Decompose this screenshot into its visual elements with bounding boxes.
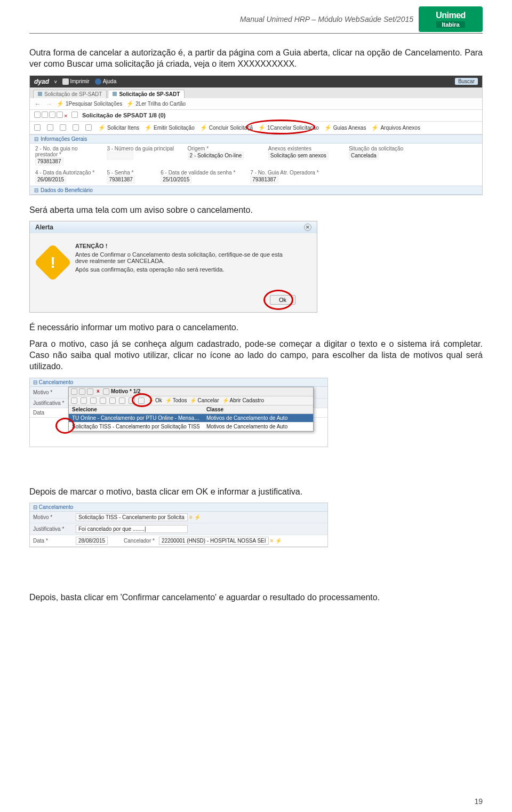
field-label: 7 - No. Guia Atr. Operadora * <box>250 170 333 176</box>
popup-toolbar: ⚡Ok ⚡Todos ⚡Cancelar ⚡Abrir Cadastro <box>69 396 313 405</box>
tab-solicitation-1[interactable]: Solicitação de SP-SADT <box>33 90 107 98</box>
cancelamento-section-header[interactable]: ⊟ Cancelamento <box>30 503 327 512</box>
alert-body: ! ATENÇÃO ! Antes de Confirmar o Cancela… <box>30 233 317 292</box>
action-concluir[interactable]: ⚡Concluir Solicitaçã <box>200 124 253 131</box>
grid-icon[interactable] <box>129 397 135 404</box>
bolt-icon[interactable]: ⚡ <box>275 538 282 544</box>
section-beneficiario[interactable]: ⊟Dados do Beneficiário <box>30 186 482 195</box>
nav-prev-icon[interactable] <box>90 397 97 404</box>
popup-icon <box>87 388 93 395</box>
bolt-icon: ⚡ <box>165 397 172 403</box>
popup-list: TU Online - Cancelamento por PTU Online … <box>69 414 313 431</box>
cell-motivo: Solicitação TISS - Cancelamento por Soli… <box>69 423 203 431</box>
popup-abrir-cadastro-button[interactable]: ⚡Abrir Cadastro <box>222 397 264 403</box>
field-label: Situação da solicitação <box>349 146 423 152</box>
nav-prev-icon[interactable] <box>60 124 66 131</box>
dyad-logo-text: dyad <box>34 78 49 85</box>
search-icon[interactable] <box>71 397 77 404</box>
data-label: Data * <box>33 538 76 544</box>
cancelador-input[interactable]: 22200001 (HNSD) - HOSPITAL NOSSA SEI <box>159 537 269 545</box>
search-icon[interactable] <box>34 124 41 131</box>
tab-solicitation-2[interactable]: Solicitação de SP-SADT <box>108 90 185 98</box>
popup-icon <box>71 388 77 395</box>
doc-header-text: Manual Unimed HRP – Módulo WebSaúde Set/… <box>29 15 413 23</box>
bolt-icon: ⚡ <box>145 124 152 131</box>
bolt-icon: ⚡ <box>371 124 379 131</box>
section-label: Cancelamento <box>39 504 73 510</box>
col-classe: Classe <box>203 405 313 413</box>
bolt-icon: ⚡ <box>222 397 229 403</box>
nav-pesquisar[interactable]: ⚡1Pesquisar Solicitações <box>57 100 122 107</box>
collapse-icon: ⊟ <box>34 187 38 193</box>
cell-classe: Motivos de Cancelamento de Auto <box>203 423 313 431</box>
action-label: Guias Anexas <box>333 125 366 131</box>
bolt-icon[interactable]: ⚡ <box>194 514 201 520</box>
lookup-icon[interactable]: ≡ <box>269 538 275 544</box>
justificativa-input[interactable]: Foi cancelado por que ........| <box>76 525 188 533</box>
record-nav-icons[interactable]: × <box>34 112 79 119</box>
dyad-version: v <box>54 79 57 84</box>
page-header: Manual Unimed HRP – Módulo WebSaúde Set/… <box>0 0 512 34</box>
close-icon[interactable]: ✕ <box>304 224 311 231</box>
paragraph-intro: Outra forma de cancelar a autorização é,… <box>29 47 483 70</box>
cell-motivo: TU Online - Cancelamento por PTU Online … <box>69 414 203 422</box>
nav-last-icon[interactable] <box>109 397 116 404</box>
popup-todos-button[interactable]: ⚡Todos <box>165 397 187 403</box>
lookup-icon[interactable]: ≡ <box>188 514 194 520</box>
action-solicitar-itens[interactable]: ⚡Solicitar Itens <box>98 124 139 131</box>
fwd-arrow-icon[interactable]: → <box>45 100 52 108</box>
col-selecione: Selecione <box>69 405 203 413</box>
action-guias-anexas[interactable]: ⚡Guias Anexas <box>324 124 366 131</box>
field-value: 79381387 <box>250 176 278 184</box>
field-value: 25/10/2015 <box>161 176 191 184</box>
nav-last-icon[interactable] <box>85 124 92 131</box>
nav-trilha[interactable]: ⚡2Ler Trilha do Cartão <box>126 100 186 107</box>
action-label: Solicitar Itens <box>107 125 139 131</box>
back-arrow-icon[interactable]: ← <box>34 100 41 108</box>
print-button[interactable]: Imprimir <box>62 78 90 85</box>
list-item[interactable]: TU Online - Cancelamento por PTU Online … <box>69 414 313 423</box>
action-emitir[interactable]: ⚡Emitir Solicitação <box>145 124 195 131</box>
paragraph-5: Depois de marcar o motivo, basta clicar … <box>29 487 483 498</box>
data-input[interactable]: 28/08/2015 <box>76 537 108 545</box>
field-label: 6 - Data de validade da senha * <box>161 170 244 176</box>
popup-ok-button[interactable]: ⚡Ok <box>148 397 162 403</box>
alert-line2: Após sua confirmação, esta operação não … <box>75 266 295 273</box>
bolt-icon: ⚡ <box>200 124 207 131</box>
justificativa-label: Justificativa * <box>33 526 76 532</box>
page-number: 19 <box>474 797 483 806</box>
section-info-gerais[interactable]: ⊟Informações Gerais <box>30 134 482 144</box>
help-button[interactable]: Ajuda <box>95 78 117 85</box>
help-label: Ajuda <box>103 78 117 84</box>
action-arquivos-anexos[interactable]: ⚡Arquivos Anexos <box>371 124 420 131</box>
field-value: Cancelada <box>349 152 379 160</box>
list-item[interactable]: Solicitação TISS - Cancelamento por Soli… <box>69 423 313 431</box>
action-label: 1Cancelar Solicitação <box>267 125 319 131</box>
bolt-icon: ⚡ <box>98 124 106 131</box>
search-box[interactable]: Buscar <box>455 78 478 85</box>
screenshot-alert: Alerta ✕ ! ATENÇÃO ! Antes de Confirmar … <box>29 221 317 313</box>
alert-line1: Antes de Confirmar o Cancelamento desta … <box>75 251 295 264</box>
cancelamento-section-header[interactable]: ⊟ Cancelamento <box>30 378 327 387</box>
popup-cancel-button[interactable]: ⚡Cancelar <box>190 397 219 403</box>
field-label: 5 - Senha * <box>107 170 154 176</box>
nav-first-icon[interactable] <box>81 397 87 404</box>
nav-next-icon[interactable] <box>73 124 79 131</box>
nav-next-icon[interactable] <box>100 397 106 404</box>
action-cancelar-solicitacao[interactable]: ⚡1Cancelar Solicitação <box>258 124 319 131</box>
popup-close-icon[interactable]: × <box>95 388 101 395</box>
popup-abrir-label: Abrir Cadastro <box>230 397 264 403</box>
popup-todos-label: Todos <box>173 397 187 403</box>
filter-icon[interactable] <box>138 397 145 404</box>
ok-button[interactable]: Ok <box>270 295 295 305</box>
field-value: 79381387 <box>35 157 63 165</box>
refresh-icon[interactable] <box>119 397 125 404</box>
bolt-icon: ⚡ <box>126 100 134 107</box>
screenshot-dyad-form: dyad v Imprimir Ajuda Buscar Solicitação… <box>29 75 483 195</box>
motivo-input[interactable]: Solicitação TISS - Cancelamento por Soli… <box>76 513 188 521</box>
popup-icon <box>103 388 109 395</box>
field-label: Origem * <box>188 146 262 152</box>
tab-icon <box>113 92 117 96</box>
motivo-label: Motivo * <box>33 514 76 520</box>
nav-first-icon[interactable] <box>47 124 53 131</box>
